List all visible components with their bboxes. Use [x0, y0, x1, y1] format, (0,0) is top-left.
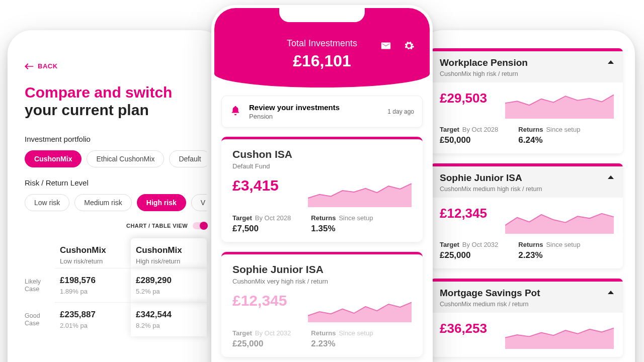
bell-icon [230, 105, 241, 118]
chip-high-risk[interactable]: High risk [137, 194, 186, 211]
card-sub: CushonMix very high risk / return [232, 278, 412, 285]
meta-key: Target [440, 241, 459, 248]
meta-value: 2.23% [518, 250, 580, 260]
phone-notch [73, 33, 158, 47]
back-button[interactable]: BACK [25, 62, 58, 70]
phone-notch [484, 33, 570, 47]
meta-value: £25,000 [440, 250, 498, 260]
investment-card-junior-isa[interactable]: Sophie Junior ISA CushonMix medium high … [431, 163, 623, 268]
card-title: Sophie Junior ISA [440, 172, 614, 184]
portfolio-label: Investment portfolio [25, 135, 207, 143]
meta-value: £7,500 [232, 224, 291, 234]
chip-cushonmix[interactable]: CushonMix [25, 150, 82, 167]
card-title: Cushon ISA [232, 148, 412, 160]
col-a-name: CushonMix [60, 245, 126, 255]
sparkline-icon [505, 321, 614, 349]
meta-key: Returns [311, 214, 336, 222]
sparkline-icon [308, 177, 412, 207]
caret-up-icon[interactable] [608, 60, 614, 64]
cell-value: £342,544 [136, 310, 202, 320]
meta-date: By Oct 2032 [255, 329, 291, 337]
card-amount: £12,345 [440, 206, 495, 221]
view-toggle-label: CHART / TABLE VIEW [126, 223, 188, 229]
col-b-sub: High risk/return [136, 257, 202, 265]
risk-chipset: Low risk Medium risk High risk V High ri… [25, 194, 207, 211]
meta-value: £25,000 [232, 339, 291, 349]
chip-vhigh-risk[interactable]: V High risk [191, 194, 207, 211]
toggle-switch-icon[interactable] [193, 222, 207, 229]
sparkline-icon [505, 90, 614, 119]
phone-notch [279, 8, 365, 22]
card-sub: Default Fund [232, 162, 412, 170]
cell-value: £198,576 [60, 276, 126, 286]
investment-card-mortgage[interactable]: Mortgage Savings Pot CushonMix medium ri… [431, 279, 623, 357]
meta-value: 1.35% [311, 224, 373, 234]
meta-date: Since setup [339, 214, 373, 222]
card-amount: £29,503 [440, 90, 495, 106]
cell-pa: 1.89% pa [60, 288, 126, 295]
card-amount: £36,253 [440, 321, 495, 336]
card-amount: £3,415 [232, 177, 298, 194]
view-toggle[interactable]: CHART / TABLE VIEW [25, 222, 207, 229]
caret-up-icon[interactable] [608, 291, 614, 294]
row-label: Good Case [25, 302, 55, 336]
sparkline-icon [308, 292, 412, 322]
row-label: Likely Case [25, 268, 55, 302]
meta-date: By Oct 2028 [462, 126, 499, 133]
chip-default[interactable]: Default [169, 150, 207, 167]
investment-card-pension[interactable]: Workplace Pension CushonMix high risk / … [431, 48, 623, 153]
card-sub: CushonMix medium high risk / return [440, 186, 614, 193]
meta-date: By Oct 2028 [255, 214, 291, 222]
meta-value: £50,000 [440, 135, 498, 145]
meta-date: Since setup [339, 329, 373, 337]
card-title: Workplace Pension [440, 57, 614, 68]
notif-time: 1 day ago [387, 108, 414, 115]
meta-key: Returns [311, 329, 336, 337]
meta-key: Target [232, 329, 252, 337]
meta-key: Target [440, 126, 459, 133]
notif-title: Review your investments [249, 103, 340, 112]
card-title: Mortgage Savings Pot [440, 288, 614, 299]
meta-key: Target [232, 214, 252, 222]
arrow-left-icon [25, 63, 34, 70]
col-b-name: CushonMix [136, 245, 202, 255]
notification-card[interactable]: Review your investments Pension 1 day ag… [221, 96, 423, 128]
sparkline-icon [505, 206, 614, 234]
meta-date: By Oct 2032 [462, 241, 499, 248]
cell-pa: 5.2% pa [136, 288, 202, 295]
back-label: BACK [38, 62, 58, 70]
header-subtitle: Total Investments [224, 38, 420, 49]
caret-up-icon[interactable] [608, 175, 614, 179]
meta-key: Returns [518, 126, 543, 133]
portfolio-chipset: CushonMix Ethical CushonMix Default Cust… [25, 150, 207, 167]
card-amount: £12,345 [232, 292, 298, 309]
risk-label: Risk / Return Level [25, 178, 207, 187]
meta-date: Since setup [546, 126, 580, 133]
cell-value: £235,887 [60, 310, 126, 320]
cell-pa: 2.01% pa [60, 322, 126, 329]
chip-low-risk[interactable]: Low risk [25, 194, 69, 211]
page-title: Compare and switch your current plan [25, 84, 207, 119]
investment-card-junior-isa[interactable]: Sophie Junior ISA CushonMix very high ri… [221, 252, 423, 357]
card-sub: CushonMix medium risk / return [440, 301, 614, 308]
notif-sub: Pension [249, 113, 340, 120]
phone-right: Workplace Pension CushonMix high risk / … [419, 30, 635, 362]
investment-card-isa[interactable]: Cushon ISA Default Fund £3,415 TargetBy … [221, 137, 423, 242]
chip-medium-risk[interactable]: Medium risk [74, 194, 131, 211]
phone-left: BACK Compare and switch your current pla… [8, 30, 224, 362]
meta-key: Returns [518, 241, 543, 248]
meta-value: 2.23% [311, 339, 373, 349]
card-sub: CushonMix high risk / return [440, 70, 614, 77]
meta-date: Since setup [546, 241, 580, 248]
col-a-sub: Low risk/return [60, 257, 126, 265]
cell-pa: 8.2% pa [136, 322, 202, 329]
chip-ethical[interactable]: Ethical CushonMix [87, 150, 164, 167]
header-amount: £16,101 [224, 52, 420, 70]
card-title: Sophie Junior ISA [232, 263, 412, 276]
phone-center: Total Investments £16,101 Review your in… [211, 5, 433, 362]
meta-value: 6.24% [518, 135, 580, 145]
cell-value: £289,290 [136, 276, 202, 286]
compare-table: CushonMixLow risk/return CushonMixHigh r… [25, 238, 207, 336]
